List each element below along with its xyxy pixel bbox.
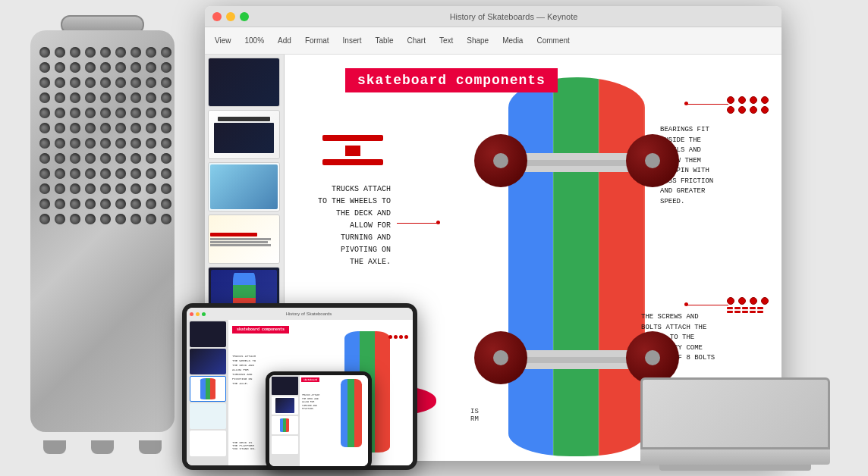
mac-pro-hole (115, 168, 126, 179)
mac-pro-hole (146, 77, 156, 88)
mac-pro-hole (131, 153, 141, 164)
screw-dot (750, 297, 757, 305)
truck-diag-bottom-bar (322, 159, 383, 165)
mac-pro-hole (85, 108, 96, 118)
mac-pro-hole (55, 123, 65, 133)
ipad-bottom-text: THE DECK ISTHE PLATFORMYOU STAND ON. (232, 441, 256, 450)
truck-diagram (322, 130, 383, 176)
mac-pro-hole (115, 199, 126, 209)
mac-pro-hole (131, 168, 141, 179)
mac-pro-hole (55, 153, 65, 164)
toolbar-shape[interactable]: Shape (463, 35, 492, 46)
mac-pro-hole (146, 199, 156, 209)
mac-pro-hole (55, 108, 65, 118)
slide-title-box: skateboard components (345, 68, 558, 92)
wheel-bottom-right (626, 331, 679, 384)
toolbar-add[interactable]: Add (274, 35, 295, 46)
toolbar-chart[interactable]: Chart (403, 35, 429, 46)
screw-dot-end (684, 302, 688, 306)
toolbar-table[interactable]: Table (372, 35, 398, 46)
mac-pro-hole (115, 214, 126, 224)
mac-pro-hole (100, 138, 111, 149)
ipad-slides-panel (187, 320, 228, 465)
toolbar-format[interactable]: Format (301, 35, 333, 46)
slide-thumb-3[interactable] (208, 162, 280, 211)
close-button[interactable] (212, 12, 222, 21)
toolbar-view[interactable]: View (211, 35, 235, 46)
bearing-dot (738, 96, 746, 104)
toolbar-text[interactable]: Text (436, 35, 457, 46)
toolbar-insert[interactable]: Insert (339, 35, 366, 46)
mac-pro-hole (85, 62, 96, 73)
mac-pro-hole (146, 183, 156, 194)
iphone-content: skateboard TRUCKS ATTACHTHE DECK ANDALLO… (269, 375, 368, 466)
ipad-title: History of Skateboards (208, 312, 410, 316)
slide-thumb-1[interactable] (208, 58, 280, 107)
mac-pro-hole (100, 168, 111, 179)
toolbar-media[interactable]: Media (498, 35, 527, 46)
minimize-button[interactable] (226, 12, 235, 21)
mac-pro-hole (161, 123, 171, 133)
mac-pro-hole (146, 153, 156, 164)
mac-pro-hole (161, 153, 171, 164)
mac-pro-hole (85, 123, 96, 133)
mac-pro-hole (146, 168, 156, 179)
iphone-canvas: skateboard TRUCKS ATTACHTHE DECK ANDALLO… (300, 375, 368, 466)
slide-thumb-4[interactable] (208, 215, 280, 264)
window-titlebar: History of Skateboards — Keynote (205, 6, 782, 27)
bearing-line (687, 104, 728, 105)
mac-pro-hole (39, 168, 50, 179)
mac-pro-hole (39, 183, 50, 194)
mac-pro-hole (115, 77, 126, 88)
mac-pro-hole (85, 183, 96, 194)
maximize-button[interactable] (240, 12, 249, 21)
iphone-slides-panel (269, 375, 300, 466)
mac-pro-hole (161, 183, 171, 194)
mac-pro-hole (39, 47, 50, 58)
iphone-screen: skateboard TRUCKS ATTACHTHE DECK ANDALLO… (269, 375, 368, 466)
mac-pro-hole (70, 123, 80, 133)
mac-pro-hole (55, 214, 65, 224)
iphone-slide-1 (272, 377, 298, 395)
mac-pro-hole (131, 199, 141, 209)
mac-pro-hole (100, 199, 111, 209)
bearing-dots-container (727, 96, 770, 114)
mac-pro-hole (161, 138, 171, 149)
mac-display-base (640, 449, 830, 465)
mac-pro-hole (39, 138, 50, 149)
iphone-slide-3 (272, 416, 298, 434)
wheel-hub-tr (645, 153, 660, 168)
mac-pro-hole (55, 62, 65, 73)
mac-pro-hole (131, 47, 141, 58)
mac-pro-hole (100, 123, 111, 133)
mac-pro-hole (70, 47, 80, 58)
mac-pro-hole (39, 214, 50, 224)
wheel-hub-br (645, 350, 660, 365)
iphone-slide-4 (272, 436, 298, 454)
bottom-text: ISRM (470, 408, 479, 423)
mac-pro-hole (161, 168, 171, 179)
mac-pro-hole (131, 62, 141, 73)
ipad-title-box: skateboard components (232, 326, 289, 334)
ipad-slide-4 (190, 403, 226, 429)
mac-pro-hole (39, 108, 50, 118)
mac-pro-hole (70, 183, 80, 194)
iphone-text: TRUCKS ATTACHTHE DECK ANDALLOW FORTURNIN… (302, 394, 340, 412)
toolbar-comment[interactable]: Comment (533, 35, 573, 46)
mac-pro-hole (39, 199, 50, 209)
screw-line (687, 305, 728, 305)
mac-pro-hole (70, 108, 80, 118)
mac-pro-hole (161, 62, 171, 73)
mac-pro-hole (70, 138, 80, 149)
mac-pro-hole (115, 92, 126, 103)
trucks-annotation: TRUCKS ATTACHTO THE WHEELS TOTHE DECK AN… (300, 183, 391, 268)
mac-pro-hole (70, 199, 80, 209)
toolbar-zoom[interactable]: 100% (241, 35, 269, 46)
mac-pro-hole (115, 47, 126, 58)
window-title: History of Skateboards — Keynote (253, 12, 774, 21)
mac-pro-hole (146, 108, 156, 118)
slide-thumb-2[interactable] (208, 110, 280, 159)
bearing-dot (761, 96, 769, 104)
mac-pro-hole (85, 214, 96, 224)
mac-pro-hole (161, 92, 171, 103)
